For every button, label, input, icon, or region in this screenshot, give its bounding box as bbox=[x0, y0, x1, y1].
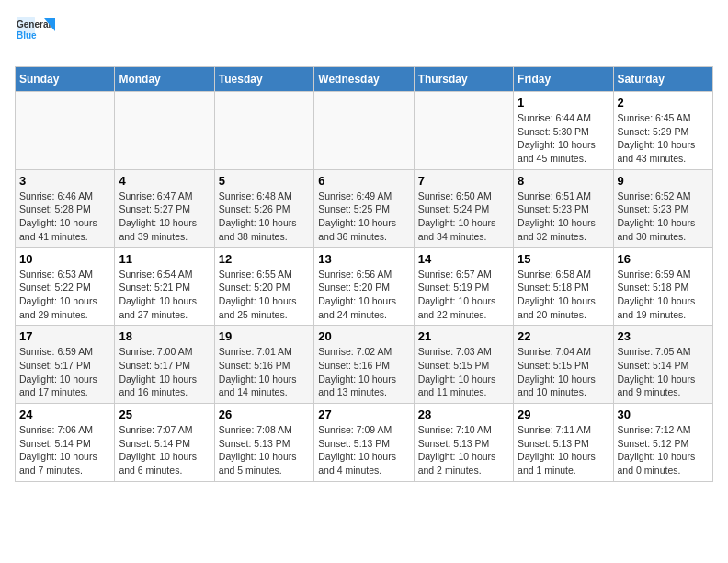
calendar-day: 11Sunrise: 6:54 AMSunset: 5:21 PMDayligh… bbox=[115, 247, 214, 326]
day-number: 24 bbox=[19, 408, 110, 421]
calendar-day bbox=[16, 92, 115, 170]
calendar-day: 24Sunrise: 7:06 AMSunset: 5:14 PMDayligh… bbox=[16, 404, 115, 482]
day-info: Sunrise: 7:01 AMSunset: 5:16 PMDaylight:… bbox=[219, 345, 310, 399]
day-number: 9 bbox=[618, 174, 709, 188]
day-number: 8 bbox=[518, 174, 609, 188]
day-info: Sunrise: 6:54 AMSunset: 5:21 PMDaylight:… bbox=[119, 268, 210, 322]
day-info: Sunrise: 7:05 AMSunset: 5:14 PMDaylight:… bbox=[618, 345, 709, 399]
day-number: 10 bbox=[19, 252, 110, 266]
day-info: Sunrise: 6:47 AMSunset: 5:27 PMDaylight:… bbox=[119, 190, 210, 244]
day-number: 2 bbox=[618, 96, 709, 109]
logo-svg: General Blue bbox=[15, 15, 55, 55]
day-info: Sunrise: 7:00 AMSunset: 5:17 PMDaylight:… bbox=[119, 345, 210, 399]
calendar-week-2: 3Sunrise: 6:46 AMSunset: 5:28 PMDaylight… bbox=[16, 169, 713, 247]
calendar-day: 28Sunrise: 7:10 AMSunset: 5:13 PMDayligh… bbox=[414, 404, 513, 482]
calendar-day bbox=[214, 92, 313, 170]
day-number: 7 bbox=[418, 174, 509, 188]
day-number: 22 bbox=[518, 329, 609, 343]
day-info: Sunrise: 6:45 AMSunset: 5:29 PMDaylight:… bbox=[618, 111, 709, 166]
day-info: Sunrise: 6:51 AMSunset: 5:23 PMDaylight:… bbox=[518, 190, 609, 244]
calendar-day: 29Sunrise: 7:11 AMSunset: 5:13 PMDayligh… bbox=[514, 404, 613, 482]
day-info: Sunrise: 6:57 AMSunset: 5:19 PMDaylight:… bbox=[418, 268, 509, 322]
calendar-day: 30Sunrise: 7:12 AMSunset: 5:12 PMDayligh… bbox=[613, 404, 712, 482]
column-header-tuesday: Tuesday bbox=[214, 67, 313, 92]
day-info: Sunrise: 6:46 AMSunset: 5:28 PMDaylight:… bbox=[19, 190, 110, 244]
day-number: 11 bbox=[119, 252, 210, 266]
calendar-week-4: 17Sunrise: 6:59 AMSunset: 5:17 PMDayligh… bbox=[16, 326, 713, 404]
calendar-day: 21Sunrise: 7:03 AMSunset: 5:15 PMDayligh… bbox=[414, 326, 513, 404]
calendar-week-5: 24Sunrise: 7:06 AMSunset: 5:14 PMDayligh… bbox=[16, 404, 713, 482]
calendar-day: 26Sunrise: 7:08 AMSunset: 5:13 PMDayligh… bbox=[214, 404, 313, 482]
day-info: Sunrise: 7:09 AMSunset: 5:13 PMDaylight:… bbox=[318, 423, 409, 477]
svg-text:Blue: Blue bbox=[17, 30, 37, 40]
calendar-day: 23Sunrise: 7:05 AMSunset: 5:14 PMDayligh… bbox=[613, 326, 712, 404]
day-number: 6 bbox=[318, 174, 409, 188]
day-number: 16 bbox=[618, 252, 709, 266]
calendar-day: 10Sunrise: 6:53 AMSunset: 5:22 PMDayligh… bbox=[16, 247, 115, 326]
page-header: General Blue bbox=[15, 15, 713, 55]
calendar-day: 17Sunrise: 6:59 AMSunset: 5:17 PMDayligh… bbox=[16, 326, 115, 404]
calendar-week-3: 10Sunrise: 6:53 AMSunset: 5:22 PMDayligh… bbox=[16, 247, 713, 326]
day-number: 25 bbox=[119, 408, 210, 421]
calendar-day: 4Sunrise: 6:47 AMSunset: 5:27 PMDaylight… bbox=[115, 169, 214, 247]
svg-text:General: General bbox=[17, 19, 51, 29]
calendar-day: 18Sunrise: 7:00 AMSunset: 5:17 PMDayligh… bbox=[115, 326, 214, 404]
calendar-day: 20Sunrise: 7:02 AMSunset: 5:16 PMDayligh… bbox=[314, 326, 414, 404]
calendar-day: 8Sunrise: 6:51 AMSunset: 5:23 PMDaylight… bbox=[514, 169, 613, 247]
day-info: Sunrise: 7:02 AMSunset: 5:16 PMDaylight:… bbox=[318, 345, 409, 399]
day-info: Sunrise: 7:10 AMSunset: 5:13 PMDaylight:… bbox=[418, 423, 509, 477]
day-number: 1 bbox=[518, 96, 609, 109]
column-header-monday: Monday bbox=[115, 67, 214, 92]
calendar-day: 6Sunrise: 6:49 AMSunset: 5:25 PMDaylight… bbox=[314, 169, 414, 247]
calendar-day: 5Sunrise: 6:48 AMSunset: 5:26 PMDaylight… bbox=[214, 169, 313, 247]
day-number: 12 bbox=[219, 252, 310, 266]
calendar-table: SundayMondayTuesdayWednesdayThursdayFrid… bbox=[15, 66, 713, 482]
calendar-day bbox=[414, 92, 513, 170]
calendar-day: 1Sunrise: 6:44 AMSunset: 5:30 PMDaylight… bbox=[514, 92, 613, 170]
day-info: Sunrise: 7:08 AMSunset: 5:13 PMDaylight:… bbox=[219, 423, 310, 477]
calendar-week-1: 1Sunrise: 6:44 AMSunset: 5:30 PMDaylight… bbox=[16, 92, 713, 170]
day-info: Sunrise: 6:58 AMSunset: 5:18 PMDaylight:… bbox=[518, 268, 609, 322]
calendar-day: 9Sunrise: 6:52 AMSunset: 5:23 PMDaylight… bbox=[613, 169, 712, 247]
day-number: 30 bbox=[618, 408, 709, 421]
day-info: Sunrise: 6:52 AMSunset: 5:23 PMDaylight:… bbox=[618, 190, 709, 244]
day-info: Sunrise: 7:11 AMSunset: 5:13 PMDaylight:… bbox=[518, 423, 609, 477]
day-number: 21 bbox=[418, 329, 509, 343]
day-info: Sunrise: 6:48 AMSunset: 5:26 PMDaylight:… bbox=[219, 190, 310, 244]
calendar-day: 3Sunrise: 6:46 AMSunset: 5:28 PMDaylight… bbox=[16, 169, 115, 247]
day-number: 14 bbox=[418, 252, 509, 266]
day-number: 13 bbox=[318, 252, 409, 266]
day-info: Sunrise: 6:59 AMSunset: 5:17 PMDaylight:… bbox=[19, 345, 110, 399]
day-number: 26 bbox=[219, 408, 310, 421]
day-info: Sunrise: 6:59 AMSunset: 5:18 PMDaylight:… bbox=[618, 268, 709, 322]
column-header-friday: Friday bbox=[514, 67, 613, 92]
calendar-day: 7Sunrise: 6:50 AMSunset: 5:24 PMDaylight… bbox=[414, 169, 513, 247]
calendar-day: 15Sunrise: 6:58 AMSunset: 5:18 PMDayligh… bbox=[514, 247, 613, 326]
calendar-day: 16Sunrise: 6:59 AMSunset: 5:18 PMDayligh… bbox=[613, 247, 712, 326]
calendar-day: 25Sunrise: 7:07 AMSunset: 5:14 PMDayligh… bbox=[115, 404, 214, 482]
day-info: Sunrise: 6:44 AMSunset: 5:30 PMDaylight:… bbox=[518, 111, 609, 166]
day-info: Sunrise: 7:07 AMSunset: 5:14 PMDaylight:… bbox=[119, 423, 210, 477]
day-info: Sunrise: 7:04 AMSunset: 5:15 PMDaylight:… bbox=[518, 345, 609, 399]
day-number: 23 bbox=[618, 329, 709, 343]
calendar-day: 13Sunrise: 6:56 AMSunset: 5:20 PMDayligh… bbox=[314, 247, 414, 326]
column-header-sunday: Sunday bbox=[16, 67, 115, 92]
day-info: Sunrise: 7:03 AMSunset: 5:15 PMDaylight:… bbox=[418, 345, 509, 399]
day-info: Sunrise: 6:53 AMSunset: 5:22 PMDaylight:… bbox=[19, 268, 110, 322]
column-header-thursday: Thursday bbox=[414, 67, 513, 92]
calendar-day: 14Sunrise: 6:57 AMSunset: 5:19 PMDayligh… bbox=[414, 247, 513, 326]
calendar-day: 22Sunrise: 7:04 AMSunset: 5:15 PMDayligh… bbox=[514, 326, 613, 404]
day-info: Sunrise: 6:50 AMSunset: 5:24 PMDaylight:… bbox=[418, 190, 509, 244]
column-header-wednesday: Wednesday bbox=[314, 67, 414, 92]
day-number: 17 bbox=[19, 329, 110, 343]
day-info: Sunrise: 6:55 AMSunset: 5:20 PMDaylight:… bbox=[219, 268, 310, 322]
calendar-day: 2Sunrise: 6:45 AMSunset: 5:29 PMDaylight… bbox=[613, 92, 712, 170]
day-info: Sunrise: 6:49 AMSunset: 5:25 PMDaylight:… bbox=[318, 190, 409, 244]
calendar-header-row: SundayMondayTuesdayWednesdayThursdayFrid… bbox=[16, 67, 713, 92]
calendar-day bbox=[115, 92, 214, 170]
day-number: 5 bbox=[219, 174, 310, 188]
day-number: 28 bbox=[418, 408, 509, 421]
calendar-day: 27Sunrise: 7:09 AMSunset: 5:13 PMDayligh… bbox=[314, 404, 414, 482]
logo: General Blue bbox=[15, 15, 55, 55]
day-info: Sunrise: 6:56 AMSunset: 5:20 PMDaylight:… bbox=[318, 268, 409, 322]
